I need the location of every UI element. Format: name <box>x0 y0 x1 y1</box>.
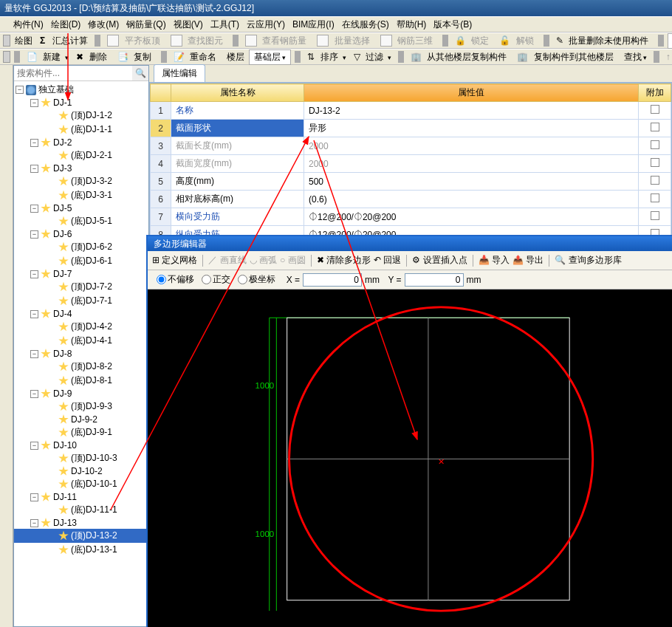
tree-node[interactable]: (顶)DJ-1-2 <box>14 109 148 123</box>
move-up-button[interactable]: ↑ 上移 <box>663 51 672 64</box>
undo-button[interactable]: ↶ 回退 <box>374 254 401 267</box>
menu-item[interactable]: BIM应用(I) <box>289 18 337 31</box>
menu-item[interactable]: 在线服务(S) <box>339 18 392 31</box>
flat-button[interactable]: 平齐板顶 <box>104 35 165 47</box>
lock-button[interactable]: 🔒 锁定 <box>452 35 495 47</box>
property-row[interactable]: 2截面形状异形 <box>151 120 671 137</box>
tree-node[interactable]: (底)DJ-4-1 <box>14 334 148 348</box>
tree-node[interactable]: (底)DJ-5-1 <box>14 214 148 228</box>
tree-node[interactable]: (底)DJ-10-1 <box>14 477 148 491</box>
search-icon[interactable]: 🔍 <box>132 66 148 80</box>
tree-node[interactable]: (顶)DJ-10-3 <box>14 451 148 465</box>
menu-item[interactable]: 绘图(D) <box>48 18 84 31</box>
tree-node[interactable]: −DJ-2 <box>14 137 148 148</box>
menu-item[interactable]: 帮助(H) <box>394 18 430 31</box>
y-input[interactable] <box>405 273 464 287</box>
search-button[interactable]: 查找 <box>621 51 650 64</box>
tree-node[interactable]: −独立基础 <box>14 83 148 97</box>
menu-item[interactable]: 云应用(Y) <box>244 18 288 31</box>
unlock-button[interactable]: 🔓 解锁 <box>496 35 539 47</box>
menu-item[interactable]: 钢筋量(Q) <box>123 18 168 31</box>
draw-button[interactable]: 绘图 <box>12 35 35 47</box>
tree-node[interactable]: (底)DJ-8-1 <box>14 374 148 388</box>
property-row[interactable]: 5高度(mm)500 <box>151 173 671 191</box>
property-row[interactable]: 3截面长度(mm)2000 <box>151 137 671 155</box>
tree-node[interactable]: (底)DJ-1-1 <box>14 123 148 137</box>
property-row[interactable]: 4截面宽度(mm)2000 <box>151 155 671 173</box>
tree-node[interactable]: (底)DJ-9-1 <box>14 425 148 439</box>
draw-line-button[interactable]: ／ 画直线 <box>208 254 246 267</box>
filter-button[interactable]: ▽ 过滤 <box>351 51 394 64</box>
import-button[interactable]: 📥 导入 <box>479 254 510 267</box>
tree-node[interactable]: −DJ-8 <box>14 348 148 360</box>
sort-button[interactable]: ⇅ 排序 <box>304 51 349 64</box>
x-input[interactable] <box>303 273 362 287</box>
dim-dropdown[interactable]: 二维 <box>668 33 672 49</box>
export-button[interactable]: 📤 导出 <box>512 254 544 267</box>
copy-button[interactable]: 📑 复制 <box>114 51 157 64</box>
tree-node[interactable]: −DJ-4 <box>14 308 148 320</box>
delete-unused-button[interactable]: ✎ 批量删除未使用构件 <box>553 35 654 47</box>
query-library-button[interactable]: 🔍 查询多边形库 <box>555 254 621 267</box>
tree-node[interactable]: (顶)DJ-3-2 <box>14 174 148 188</box>
menu-item[interactable]: 视图(V) <box>171 18 206 31</box>
copy-from-button[interactable]: 🏢 从其他楼层复制构件 <box>408 51 512 64</box>
sum-button[interactable]: 汇总计算 <box>49 35 91 47</box>
tree-node[interactable]: −DJ-3 <box>14 162 148 174</box>
tree-node[interactable]: −DJ-10 <box>14 439 148 451</box>
tree-node[interactable]: (底)DJ-6-1 <box>14 254 148 268</box>
tree-node[interactable]: (顶)DJ-7-2 <box>14 280 148 294</box>
rename-button[interactable]: 📝 重命名 <box>171 51 222 64</box>
rebar3d-button[interactable]: 钢筋三维 <box>377 35 439 47</box>
tree-node[interactable]: (顶)DJ-8-2 <box>14 360 148 374</box>
layer-dropdown[interactable]: 基础层 <box>249 49 291 65</box>
tree-node[interactable]: DJ-10-2 <box>14 465 148 477</box>
view-rebar-button[interactable]: 查看钢筋量 <box>242 35 312 47</box>
tree-node[interactable]: (底)DJ-7-1 <box>14 294 148 308</box>
no-offset-radio[interactable]: 不偏移 <box>152 273 194 286</box>
component-tree[interactable]: −独立基础−DJ-1(顶)DJ-1-2(底)DJ-1-1−DJ-2(底)DJ-2… <box>14 81 148 626</box>
delete-button[interactable]: ✖ 删除 <box>73 51 112 64</box>
tree-node[interactable]: −DJ-13 <box>14 517 148 529</box>
clear-polygon-button[interactable]: ✖ 清除多边形 <box>317 254 371 267</box>
search-input[interactable] <box>14 66 132 80</box>
tree-node[interactable]: DJ-9-2 <box>14 414 148 425</box>
ruler-bar <box>0 65 13 627</box>
polygon-canvas[interactable]: ✕ 1000 1000 <box>148 289 672 627</box>
tree-node[interactable]: −DJ-1 <box>14 97 148 109</box>
tree-node[interactable]: (底)DJ-2-1 <box>14 148 148 162</box>
property-row[interactable]: 1名称DJ-13-2 <box>151 102 671 120</box>
property-row[interactable]: 6相对底标高(m)(0.6) <box>151 191 671 208</box>
property-row[interactable]: 7横向受力筋⏀12@200/⏀20@200 <box>151 208 671 226</box>
new-button[interactable]: 📄 新建 <box>24 51 72 64</box>
menu-item[interactable]: 版本号(B) <box>431 18 475 31</box>
define-grid-button[interactable]: ⊞ 定义网格 <box>152 254 197 267</box>
draw-arc-button[interactable]: ◡ 画弧 <box>250 254 277 267</box>
tree-node[interactable]: (顶)DJ-9-3 <box>14 400 148 414</box>
ortho-radio[interactable]: 正交 <box>197 273 230 286</box>
tree-node[interactable]: −DJ-5 <box>14 202 148 214</box>
batch-select-button[interactable]: 批量选择 <box>314 35 375 47</box>
pencil-icon[interactable] <box>3 35 10 47</box>
tab-properties[interactable]: 属性编辑 <box>154 64 205 82</box>
x-unit: mm <box>365 275 380 285</box>
menu-item[interactable]: 工具(T) <box>208 18 242 31</box>
tree-node[interactable]: −DJ-7 <box>14 268 148 280</box>
tree-node[interactable]: (底)DJ-11-1 <box>14 503 148 517</box>
set-insert-point-button[interactable]: ⚙ 设置插入点 <box>412 254 467 267</box>
menu-item[interactable]: 构件(N) <box>10 18 47 31</box>
copy-to-button[interactable]: 🏢 复制构件到其他楼层 <box>514 51 619 64</box>
find-button[interactable]: 查找图元 <box>168 35 229 47</box>
tree-node[interactable]: −DJ-6 <box>14 228 148 240</box>
tree-node[interactable]: (顶)DJ-6-2 <box>14 240 148 254</box>
menu-item[interactable]: 修改(M) <box>85 18 122 31</box>
tree-node[interactable]: (底)DJ-13-1 <box>14 543 148 557</box>
polar-radio[interactable]: 极坐标 <box>233 273 275 286</box>
tree-node[interactable]: −DJ-11 <box>14 491 148 503</box>
tree-node[interactable]: −DJ-9 <box>14 388 148 400</box>
draw-circle-button[interactable]: ○ 画圆 <box>280 254 306 267</box>
tree-node[interactable]: (顶)DJ-4-2 <box>14 320 148 334</box>
tree-node[interactable]: (底)DJ-3-1 <box>14 188 148 202</box>
tree-node[interactable]: (顶)DJ-13-2 <box>14 529 148 543</box>
doc-icon[interactable] <box>3 51 10 63</box>
